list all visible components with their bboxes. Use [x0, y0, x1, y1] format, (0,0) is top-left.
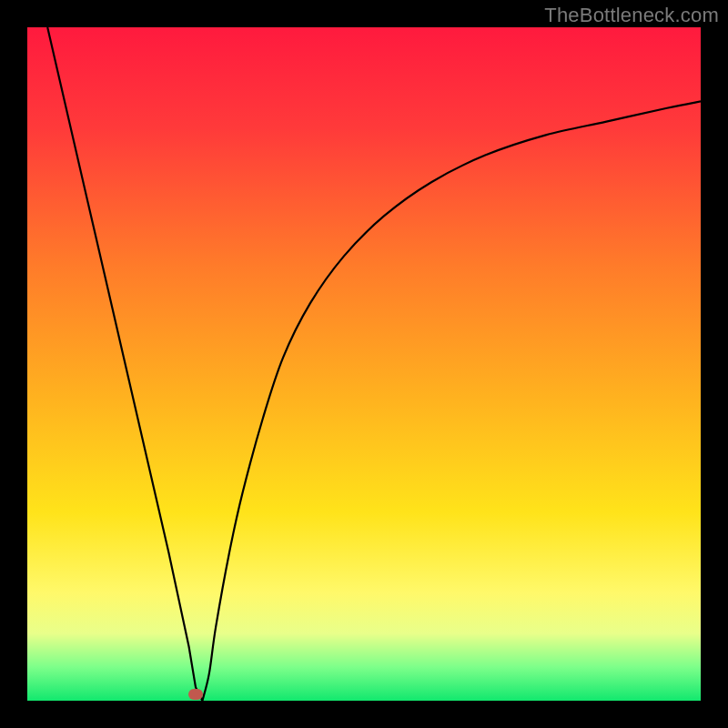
curve-right-branch: [202, 101, 701, 701]
bottleneck-curve: [27, 27, 701, 701]
optimal-point-marker: [188, 689, 203, 700]
attribution-watermark: TheBottleneck.com: [544, 4, 719, 27]
chart-frame: [27, 27, 701, 701]
curve-left-branch: [47, 27, 202, 701]
